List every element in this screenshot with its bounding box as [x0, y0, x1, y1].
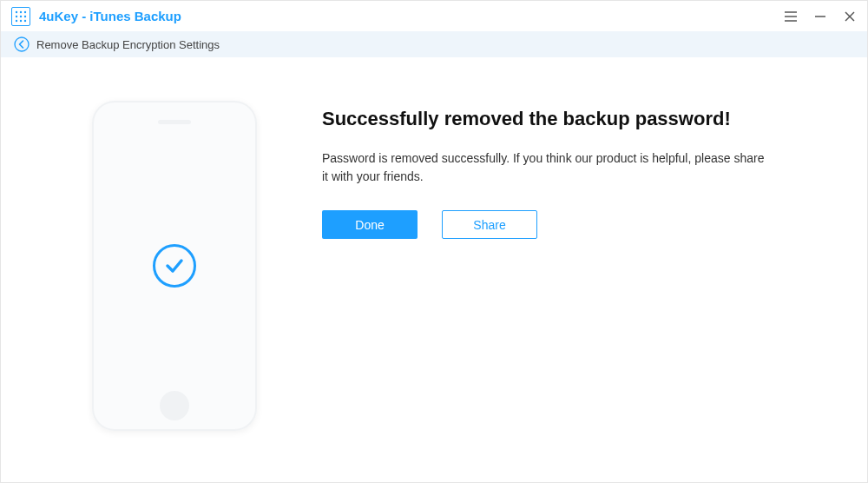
app-title: 4uKey - iTunes Backup	[39, 9, 181, 23]
phone-illustration	[79, 101, 270, 431]
success-description: Password is removed successfully. If you…	[322, 149, 773, 186]
main-content: Successfully removed the backup password…	[1, 57, 867, 457]
back-button[interactable]	[14, 36, 30, 52]
phone-icon	[92, 101, 257, 431]
phone-home-icon	[160, 391, 189, 420]
svg-point-6	[16, 19, 17, 21]
button-row: Done Share	[322, 210, 824, 239]
svg-point-7	[20, 19, 22, 21]
success-heading: Successfully removed the backup password…	[322, 108, 824, 130]
svg-point-15	[15, 37, 29, 51]
check-circle-icon	[153, 244, 196, 288]
breadcrumb-text: Remove Backup Encryption Settings	[36, 38, 220, 51]
share-button[interactable]: Share	[442, 210, 537, 239]
svg-point-0	[16, 10, 17, 12]
minimize-icon[interactable]	[813, 10, 827, 23]
svg-point-2	[24, 10, 26, 12]
done-button[interactable]: Done	[322, 210, 418, 239]
titlebar: 4uKey - iTunes Backup	[1, 1, 867, 31]
window-controls	[784, 10, 857, 23]
svg-point-1	[20, 10, 22, 12]
svg-point-3	[16, 15, 17, 17]
breadcrumb-bar: Remove Backup Encryption Settings	[1, 31, 867, 57]
close-icon[interactable]	[843, 10, 857, 23]
menu-icon[interactable]	[784, 10, 798, 23]
text-content: Successfully removed the backup password…	[322, 101, 824, 431]
phone-speaker-icon	[158, 120, 191, 124]
svg-point-4	[20, 15, 22, 17]
svg-point-8	[24, 19, 26, 21]
svg-point-5	[24, 15, 26, 17]
app-logo-icon	[11, 7, 30, 26]
